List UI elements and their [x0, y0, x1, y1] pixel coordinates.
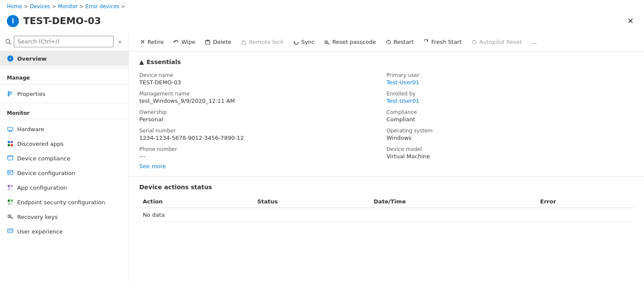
breadcrumb-error-devices[interactable]: Error devices: [86, 3, 120, 9]
sidebar-item-user-experience[interactable]: User experience: [0, 224, 129, 239]
field-label-device-model: Device model: [386, 146, 634, 152]
autopilot-reset-button[interactable]: Autopilot Reset: [467, 36, 526, 48]
svg-point-30: [9, 216, 10, 217]
sync-label: Sync: [301, 39, 315, 45]
field-value-enrolled-by[interactable]: Test-User01: [386, 98, 634, 104]
field-value-phone-number: ---: [139, 153, 386, 160]
breadcrumb-devices[interactable]: Devices: [30, 3, 50, 9]
sidebar-item-overview[interactable]: i Overview: [0, 51, 129, 66]
monitor-section-label: Monitor: [0, 105, 129, 118]
field-label-device-name: Device name: [139, 72, 386, 78]
device-info-icon: i: [7, 15, 19, 27]
svg-rect-25: [8, 203, 10, 205]
search-input[interactable]: [14, 36, 113, 47]
manage-section-label: Manage: [0, 70, 129, 83]
breadcrumb: Home > Devices > Monitor > Error devices…: [0, 0, 644, 13]
device-compliance-icon: [7, 155, 14, 162]
wipe-button[interactable]: Wipe: [169, 36, 199, 48]
breadcrumb-home[interactable]: Home: [7, 3, 22, 9]
delete-label: Delete: [213, 39, 231, 45]
more-actions-label: ...: [531, 39, 537, 45]
close-button[interactable]: ✕: [624, 15, 637, 27]
svg-rect-31: [8, 229, 13, 233]
field-value-compliance: Compliant: [386, 116, 634, 123]
sidebar-item-label-endpoint-security: Endpoint security configuration: [17, 199, 105, 206]
svg-rect-11: [8, 144, 10, 146]
field-value-primary-user[interactable]: Test-User01: [386, 79, 634, 86]
field-serial-number: Serial number 1234-1234-5678-9012-3456-7…: [139, 128, 386, 141]
remote-lock-icon: [241, 38, 247, 45]
sidebar-item-label-hardware: Hardware: [17, 126, 44, 132]
toolbar: ✕ Retire Wipe Delete Remote lock: [129, 32, 644, 52]
field-device-name: Device name TEST-DEMO-03: [139, 72, 386, 86]
fresh-start-button[interactable]: Fresh Start: [419, 36, 466, 48]
delete-icon: [205, 38, 211, 45]
field-ownership: Ownership Personal: [139, 109, 386, 123]
monitor-divider: [0, 103, 129, 103]
manage-divider: [0, 68, 129, 68]
breadcrumb-sep-3: >: [79, 3, 83, 9]
sidebar-item-recovery-keys[interactable]: Recovery keys: [0, 209, 129, 224]
hardware-icon: [7, 126, 14, 132]
sync-button[interactable]: Sync: [289, 36, 319, 48]
field-label-management-name: Management name: [139, 91, 386, 97]
restart-button[interactable]: Restart: [381, 36, 418, 48]
sidebar-item-hardware[interactable]: Hardware: [0, 122, 129, 136]
sidebar-item-label-properties: Properties: [17, 91, 46, 97]
reset-passcode-button[interactable]: Reset passcode: [320, 36, 380, 48]
field-value-management-name: test_Windows_9/9/2020_12:11 AM: [139, 98, 386, 104]
col-error: Error: [537, 196, 634, 208]
sidebar-item-device-configuration[interactable]: Device configuration: [0, 166, 129, 180]
main-layout: « i Overview Manage Propert: [0, 32, 644, 283]
remote-lock-button[interactable]: Remote lock: [236, 36, 288, 48]
table-header: Action Status Date/Time Error: [139, 196, 634, 208]
sidebar-item-label-recovery-keys: Recovery keys: [17, 214, 58, 220]
svg-rect-33: [9, 231, 12, 232]
retire-button[interactable]: ✕ Retire: [136, 36, 168, 48]
field-value-device-model: Virtual Machine: [386, 153, 634, 160]
field-compliance: Compliance Compliant: [386, 109, 634, 123]
delete-button[interactable]: Delete: [200, 36, 236, 48]
sidebar-item-label-user-experience: User experience: [17, 228, 63, 235]
search-icon: [5, 39, 11, 45]
col-status: Status: [254, 196, 370, 208]
device-actions-title: Device actions status: [139, 184, 634, 191]
svg-rect-9: [8, 141, 10, 143]
sidebar-collapse-button[interactable]: «: [116, 37, 123, 47]
col-datetime: Date/Time: [370, 196, 537, 208]
field-device-model: Device model Virtual Machine: [386, 146, 634, 160]
sidebar-item-app-configuration[interactable]: App configuration: [0, 180, 129, 195]
svg-rect-20: [11, 185, 13, 187]
essentials-header[interactable]: ▲ Essentials: [139, 58, 634, 65]
more-actions-button[interactable]: ...: [527, 36, 541, 48]
essentials-grid: Device name TEST-DEMO-03 Management name…: [139, 72, 634, 160]
user-experience-icon: [7, 228, 14, 235]
autopilot-reset-icon: [471, 38, 477, 45]
svg-line-1: [9, 43, 11, 44]
field-phone-number: Phone number ---: [139, 146, 386, 160]
properties-icon: [7, 90, 14, 97]
table-body: No data: [139, 208, 634, 222]
retire-icon: ✕: [140, 38, 145, 45]
sidebar-item-discovered-apps[interactable]: Discovered apps: [0, 136, 129, 151]
svg-rect-3: [10, 91, 12, 95]
field-value-ownership: Personal: [139, 116, 386, 123]
essentials-right-col: Primary user Test-User01 Enrolled by Tes…: [386, 72, 634, 160]
sidebar-item-endpoint-security[interactable]: Endpoint security configuration: [0, 195, 129, 209]
sidebar-item-label-overview: Overview: [17, 55, 47, 62]
breadcrumb-sep-2: >: [52, 3, 56, 9]
table-header-row: Action Status Date/Time Error: [139, 196, 634, 208]
field-os: Operating system Windows: [386, 128, 634, 141]
breadcrumb-monitor[interactable]: Monitor: [58, 3, 78, 9]
autopilot-reset-label: Autopilot Reset: [479, 39, 522, 45]
fresh-start-icon: [423, 38, 429, 45]
fresh-start-label: Fresh Start: [431, 39, 462, 45]
device-actions-table: Action Status Date/Time Error No data: [139, 196, 634, 222]
sidebar-item-label-device-compliance: Device compliance: [17, 155, 70, 162]
see-more-link[interactable]: See more: [139, 163, 166, 169]
svg-point-39: [326, 42, 327, 43]
sidebar-item-device-compliance[interactable]: Device compliance: [0, 151, 129, 166]
recovery-keys-icon: [7, 213, 14, 220]
field-value-serial-number: 1234-1234-5678-9012-3456-7890-12: [139, 135, 386, 141]
sidebar-item-properties[interactable]: Properties: [0, 86, 129, 101]
